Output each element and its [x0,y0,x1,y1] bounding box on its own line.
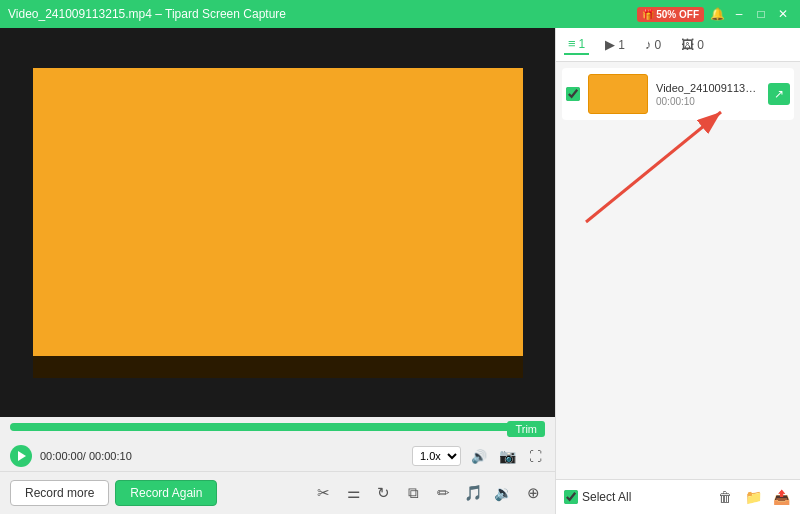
image-icon: 🖼 [681,37,694,52]
media-list: Video_241009113215.mp4 00:00:10 ↗ [556,62,800,479]
media-info: Video_241009113215.mp4 00:00:10 [656,82,760,107]
folder-icon[interactable]: 📁 [742,486,764,508]
media-item: Video_241009113215.mp4 00:00:10 ↗ [562,68,794,120]
fullscreen-icon[interactable]: ⛶ [525,446,545,466]
video-bottom-bar [33,356,523,378]
timeline-wrapper: Trim [10,423,545,431]
select-all-label: Select All [582,490,631,504]
tab-play-count: 1 [618,38,625,52]
tab-play[interactable]: ▶ 1 [601,35,629,54]
timeline-fill [10,423,518,431]
duplicate-icon[interactable]: ⧉ [401,481,425,505]
title-bar-left: Video_241009113215.mp4 – Tipard Screen C… [8,7,286,21]
more-icon[interactable]: ⊕ [521,481,545,505]
controls-row: 00:00:00/ 00:00:10 1.0x 0.5x 1.5x 2.0x 🔊… [0,441,555,471]
play-tab-icon: ▶ [605,37,615,52]
delete-icon[interactable]: 🗑 [714,486,736,508]
play-button[interactable] [10,445,32,467]
music-icon: ♪ [645,37,652,52]
adjust-icon[interactable]: ⚌ [341,481,365,505]
tab-audio[interactable]: ♪ 0 [641,35,665,54]
edit-icon[interactable]: ✏ [431,481,455,505]
bell-icon[interactable]: 🔔 [708,5,726,23]
record-again-button[interactable]: Record Again [115,480,217,506]
right-bottom: Select All 🗑 📁 📤 [556,479,800,514]
export-all-icon[interactable]: 📤 [770,486,792,508]
trim-button[interactable]: Trim [507,421,545,437]
tab-image[interactable]: 🖼 0 [677,35,708,54]
select-all-area: Select All [564,490,631,504]
media-checkbox[interactable] [566,87,580,101]
cut-icon[interactable]: ✂ [311,481,335,505]
play-icon [18,451,26,461]
title-bar: Video_241009113215.mp4 – Tipard Screen C… [0,0,800,28]
tab-video[interactable]: ≡ 1 [564,34,589,55]
select-all-checkbox[interactable] [564,490,578,504]
audio-icon[interactable]: 🎵 [461,481,485,505]
media-filename: Video_241009113215.mp4 [656,82,760,94]
volume-icon[interactable]: 🔊 [469,446,489,466]
time-display: 00:00:00/ 00:00:10 [40,450,132,462]
close-button[interactable]: ✕ [774,5,792,23]
app-title: Video_241009113215.mp4 – Tipard Screen C… [8,7,286,21]
left-panel: – □ ✕ Trim 00: [0,28,555,514]
volume-control-icon[interactable]: 🔉 [491,481,515,505]
tab-image-count: 0 [697,38,704,52]
record-more-button[interactable]: Record more [10,480,109,506]
bottom-buttons: Record more Record Again ✂ ⚌ ↻ ⧉ ✏ 🎵 🔉 ⊕ [0,471,555,514]
right-actions: 🗑 📁 📤 [714,486,792,508]
promo-badge[interactable]: 🎁 50% OFF [637,7,704,22]
right-panel: ≡ 1 ▶ 1 ♪ 0 🖼 0 Video_241009113215 [555,28,800,514]
speed-select[interactable]: 1.0x 0.5x 1.5x 2.0x [412,446,461,466]
main-container: – □ ✕ Trim 00: [0,28,800,514]
media-thumbnail [588,74,648,114]
video-preview-orange [33,68,523,356]
snapshot-icon[interactable]: 📷 [497,446,517,466]
minimize-button[interactable]: – [730,5,748,23]
timeline-area: Trim [0,417,555,441]
video-area: – □ ✕ [0,28,555,417]
maximize-button[interactable]: □ [752,5,770,23]
tab-audio-count: 0 [654,38,661,52]
video-frame: – □ ✕ [33,68,523,378]
list-icon: ≡ [568,36,576,51]
right-tabs: ≡ 1 ▶ 1 ♪ 0 🖼 0 [556,28,800,62]
export-arrow-icon: ↗ [774,87,784,101]
gift-icon: 🎁 [642,9,654,20]
timeline-track[interactable] [10,423,545,431]
title-bar-right: 🎁 50% OFF 🔔 – □ ✕ [637,5,792,23]
tab-video-count: 1 [579,37,586,51]
media-export-button[interactable]: ↗ [768,83,790,105]
rotate-icon[interactable]: ↻ [371,481,395,505]
media-duration: 00:00:10 [656,96,760,107]
svg-line-1 [586,112,721,222]
